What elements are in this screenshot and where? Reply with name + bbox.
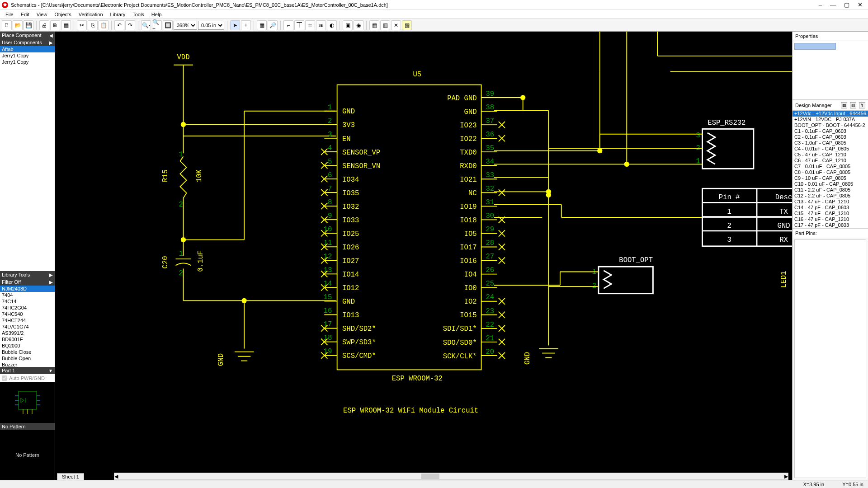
list-item[interactable]: Aftab (0, 46, 55, 52)
list-item[interactable]: 74HC540 (0, 311, 55, 317)
list-item[interactable]: C10 - 0.01 uF - CAP_0805 (793, 181, 868, 187)
menu-verification[interactable]: Verification (75, 11, 107, 18)
library-tools-header[interactable]: Library Tools▶ (0, 271, 55, 278)
list-item[interactable]: C6 - 47 uF - CAP_1210 (793, 158, 868, 164)
list-item[interactable]: Buzzer (0, 361, 55, 367)
h-scrollbar[interactable]: ◀▶ (114, 473, 788, 480)
list-item[interactable]: C9 - 10 uF - CAP_0805 (793, 175, 868, 181)
list-item[interactable]: AS3991/2 (0, 330, 55, 336)
list-item[interactable]: C3 - 1.0uF - CAP_0805 (793, 140, 868, 146)
find-icon[interactable]: 🔎 (268, 20, 278, 30)
part-pins-box[interactable] (794, 239, 866, 478)
list-item[interactable]: Jerry1 Copy (0, 52, 55, 59)
list-item[interactable]: C13 - 47 uF - CAP_1210 (793, 199, 868, 205)
copy-icon[interactable]: ⎘ (88, 20, 98, 30)
t1-icon[interactable]: ⌐ (283, 20, 293, 30)
minimize-icon[interactable]: — (830, 1, 836, 8)
save-icon[interactable]: 💾 (24, 20, 33, 30)
place-component-header[interactable]: Place Component◀ (0, 32, 55, 39)
zoomout-icon[interactable]: 🔍- (141, 20, 151, 30)
t2-icon[interactable]: ⏉ (294, 20, 304, 30)
part-header[interactable]: Part 1▼ (0, 367, 55, 374)
list-item[interactable]: C4 - 0.01uF - CAP_0805 (793, 146, 868, 152)
list-item[interactable]: C11 - 2.2 uF - CAP_0805 (793, 187, 868, 193)
list-item[interactable]: Jerry1 Copy (0, 59, 55, 65)
list-item[interactable]: 74C14 (0, 298, 55, 305)
t9-icon[interactable]: ▥ (380, 20, 390, 30)
svg-text:IO16: IO16 (460, 257, 476, 265)
grid-icon[interactable]: ▦ (257, 20, 267, 30)
list-item[interactable]: C8 - 0.01 uF - CAP_0805 (793, 169, 868, 175)
properties-box[interactable] (793, 41, 868, 100)
grid-select[interactable]: 0.05 in (198, 21, 224, 30)
svg-text:1: 1 (179, 250, 183, 258)
menu-library[interactable]: Library (107, 11, 129, 18)
t4-icon[interactable]: ≋ (316, 20, 326, 30)
list-item[interactable]: 74LVC1G74 (0, 324, 55, 330)
list-item[interactable]: C7 - 0.01 uF - CAP_0805 (793, 164, 868, 169)
list-item[interactable]: BOOT_OPT - BOOT - 644456-2 (793, 122, 868, 128)
cursor-icon[interactable]: ➤ (230, 20, 240, 30)
new-icon[interactable]: 🗋 (2, 20, 12, 30)
maximize-icon[interactable]: ▢ (844, 1, 849, 8)
list-item[interactable]: C17 - 47 pF - CAP_0603 (793, 222, 868, 228)
t5-icon[interactable]: ◐ (327, 20, 337, 30)
menu-edit[interactable]: Edit (17, 11, 33, 18)
zoomin-icon[interactable]: 🔍+ (152, 20, 162, 30)
t8-icon[interactable]: ▦ (369, 20, 379, 30)
zoom-region-icon[interactable]: 🔲 (163, 20, 173, 30)
list-item[interactable]: C14 - 47 pF - CAP_0603 (793, 205, 868, 211)
t11-icon[interactable]: ▧ (402, 20, 412, 30)
dm-icon2[interactable]: ▥ (850, 102, 856, 108)
add-icon[interactable]: ＋ (241, 20, 251, 30)
preview-icon[interactable]: 🗎 (50, 20, 60, 30)
list-item[interactable]: +12VIN - 12VDC - PJ-037A (793, 117, 868, 122)
menu-tools[interactable]: Tools (129, 11, 148, 18)
schematic-svg[interactable]: VDD 1 2 R15 10K 1 2 C20 0. (55, 32, 792, 480)
titles-icon[interactable]: ▦ (61, 20, 71, 30)
open-icon[interactable]: 📂 (13, 20, 23, 30)
t7-icon[interactable]: ◉ (354, 20, 363, 30)
list-item[interactable]: Bubble Open (0, 355, 55, 361)
list-item[interactable]: C1 - 0.1uF - CAP_0603 (793, 128, 868, 134)
list-item[interactable]: C15 - 47 uF - CAP_1210 (793, 211, 868, 216)
zoom-select[interactable]: 368% (174, 21, 197, 30)
svg-text:27: 27 (486, 253, 494, 261)
list-item[interactable]: C5 - 47 uF - CAP_1210 (793, 152, 868, 158)
list-item[interactable]: C2 - 0.1uF - CAP_0603 (793, 134, 868, 140)
list-item[interactable]: Bubble Close (0, 349, 55, 355)
cut-icon[interactable]: ✂ (77, 20, 87, 30)
svg-text:PAD_GND: PAD_GND (447, 94, 476, 103)
close-icon[interactable]: ✕ (858, 1, 863, 8)
filter-header[interactable]: Filter Off▶ (0, 278, 55, 286)
t6-icon[interactable]: ▣ (343, 20, 353, 30)
dash-icon[interactable]: – (819, 1, 822, 8)
schematic-canvas[interactable]: VDD 1 2 R15 10K 1 2 C20 0. (55, 32, 792, 480)
list-item[interactable]: 74HC2G04 (0, 305, 55, 311)
redo-icon[interactable]: ↷ (125, 20, 135, 30)
menu-help[interactable]: Help (148, 11, 165, 18)
menu-view[interactable]: View (33, 11, 51, 18)
window-title: Schematics - [C:\Users\jerry\Documents\E… (11, 2, 819, 8)
user-components-header[interactable]: User Components▶ (0, 39, 55, 46)
list-item[interactable]: +12Vdc - +12Vdc Input - 644456- (793, 111, 868, 117)
undo-icon[interactable]: ↶ (114, 20, 124, 30)
dm-icon3[interactable]: ↯ (859, 102, 865, 108)
menu-file[interactable]: File (2, 11, 17, 18)
list-item[interactable]: BQ2000 (0, 343, 55, 349)
list-item[interactable]: BD9001F (0, 336, 55, 343)
t3-icon[interactable]: ≣ (305, 20, 315, 30)
sheet-tab[interactable]: Sheet 1 (57, 473, 84, 480)
t10-icon[interactable]: ✕ (391, 20, 401, 30)
list-item[interactable]: NJM2403D (0, 286, 55, 292)
menu-objects[interactable]: Objects (51, 11, 75, 18)
auto-pwr-gnd[interactable]: Auto PWR/GND (0, 374, 55, 382)
list-item[interactable]: C12 - 2.2 uF - CAP_0805 (793, 193, 868, 199)
list-item[interactable]: 7404 (0, 292, 55, 298)
dm-icon1[interactable]: ▦ (841, 102, 847, 108)
print-icon[interactable]: 🖨 (39, 20, 49, 30)
svg-text:3: 3 (328, 131, 332, 139)
paste-icon[interactable]: 📋 (99, 20, 108, 30)
list-item[interactable]: 74HCT244 (0, 317, 55, 324)
list-item[interactable]: C16 - 47 uF - CAP_1210 (793, 216, 868, 222)
